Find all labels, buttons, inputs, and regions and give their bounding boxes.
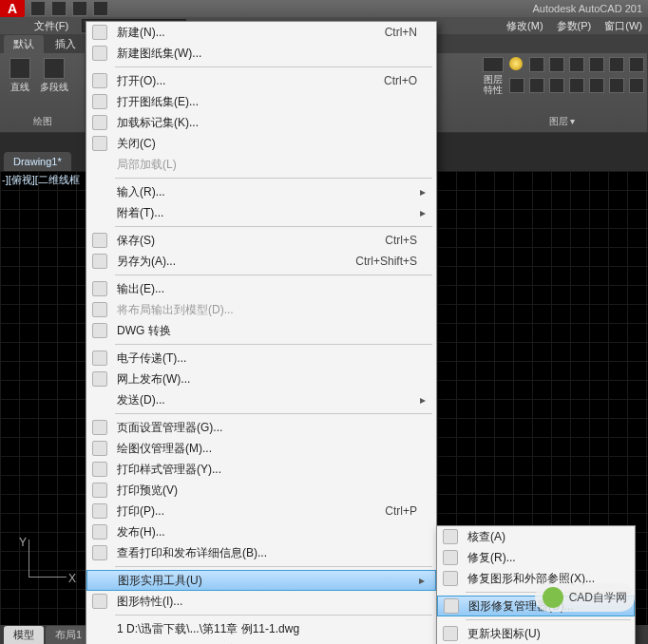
app-logo[interactable]: A [0, 0, 25, 17]
file-menu-item[interactable]: 电子传递(T)... [86, 348, 436, 369]
menu-item-label: 核查(A) [464, 529, 616, 545]
layer-tool-icon[interactable] [589, 57, 604, 72]
menu-icon-gutter [86, 230, 113, 251]
menu-icon-gutter [438, 596, 465, 616]
polyline-button[interactable]: 多段线 [40, 57, 68, 95]
menu-item-icon [92, 73, 107, 88]
layout-tab-model[interactable]: 模型 [4, 626, 44, 644]
layout-tab-1[interactable]: 布局1 [46, 626, 91, 644]
submenu-arrow-icon: ▸ [416, 574, 428, 587]
quick-access-toolbar [25, 1, 114, 16]
file-menu-item[interactable]: 打开(O)...Ctrl+O [86, 70, 436, 91]
qat-dropdown-icon[interactable] [93, 1, 108, 16]
file-menu-item[interactable]: 打印(P)...Ctrl+P [86, 501, 436, 521]
menu-param[interactable]: 参数(P) [551, 19, 598, 33]
menu-item-label: 输入(R)... [113, 184, 417, 200]
line-label: 直线 [10, 81, 29, 94]
panel-layers-title[interactable]: 图层 ▾ [483, 113, 641, 128]
viewport-label[interactable]: -][俯视][二维线框 [2, 173, 80, 187]
menu-separator [115, 615, 432, 616]
file-menu-item[interactable]: 另存为(A)...Ctrl+Shift+S [86, 251, 436, 272]
layer-tool-icon[interactable] [629, 78, 644, 93]
layer-tool-icon[interactable] [629, 57, 644, 72]
layer-tool-icon[interactable] [509, 78, 524, 93]
file-menu-item[interactable]: 附着(T)...▸ [86, 202, 436, 223]
file-menu: 新建(N)...Ctrl+N新建图纸集(W)...打开(O)...Ctrl+O打… [86, 21, 437, 644]
layer-tool-icon[interactable] [549, 78, 564, 93]
bulb-icon[interactable] [509, 57, 523, 70]
file-menu-item[interactable]: 1 D:\迅雷下载\...\第11章 例11-1.dwg [86, 618, 436, 639]
menu-item-icon [443, 626, 458, 641]
menu-modify[interactable]: 修改(M) [501, 19, 549, 33]
layer-tool-icon[interactable] [529, 57, 544, 72]
ribbon-tab-insert[interactable]: 插入 [46, 35, 86, 53]
file-menu-item[interactable]: 网上发布(W)... [86, 369, 436, 389]
file-menu-item[interactable]: 输出(E)... [86, 278, 436, 299]
layer-tool-icon[interactable] [529, 78, 544, 93]
menu-item-icon [92, 94, 107, 109]
file-menu-item[interactable]: 发布(H)... [86, 521, 436, 542]
file-menu-item[interactable]: 关闭(C) [86, 133, 436, 154]
menu-item-icon [92, 254, 107, 269]
layer-tool-icon[interactable] [569, 78, 584, 93]
menu-icon-gutter [86, 154, 113, 175]
menu-icon-gutter [86, 618, 113, 639]
menu-item-shortcut: Ctrl+S [375, 234, 417, 247]
watermark: CAD自学网 [535, 583, 635, 612]
file-menu-item[interactable]: 发送(D)...▸ [86, 389, 436, 410]
menu-separator [115, 344, 432, 345]
file-menu-item[interactable]: 页面设置管理器(G)... [86, 417, 436, 438]
file-menu-item[interactable]: 加载标记集(K)... [86, 112, 436, 133]
document-tab[interactable]: Drawing1* [4, 152, 71, 171]
layer-tool-icon[interactable] [549, 57, 564, 72]
layer-properties-button[interactable]: 图层 特性 [483, 57, 504, 95]
file-menu-item[interactable]: DWG 转换 [86, 320, 436, 341]
menu-item-icon [92, 323, 107, 338]
menu-icon-gutter [86, 389, 113, 410]
menu-item-icon [92, 350, 107, 366]
menu-icon-gutter [86, 202, 113, 223]
menu-separator [115, 178, 432, 179]
utilities-submenu-item[interactable]: 修复(R)... [437, 547, 635, 568]
file-menu-item[interactable]: 查看打印和发布详细信息(B)... [86, 542, 436, 563]
menu-icon-gutter [86, 639, 113, 644]
utilities-submenu-item[interactable]: 更新块图标(U) [437, 623, 635, 644]
file-menu-item[interactable]: 打印预览(V) [86, 480, 436, 501]
ribbon-tab-default[interactable]: 默认 [4, 35, 44, 53]
layer-properties-icon [483, 57, 504, 72]
menu-item-icon [92, 483, 107, 498]
file-menu-item[interactable]: 打印样式管理器(Y)... [86, 459, 436, 480]
file-menu-item[interactable]: 绘图仪管理器(M)... [86, 438, 436, 459]
menu-item-label: 更新块图标(U) [464, 626, 616, 642]
menu-item-label: DWG 转换 [113, 323, 417, 339]
menu-item-label: 打开图纸集(E)... [113, 94, 417, 110]
line-button[interactable]: 直线 [6, 57, 34, 95]
menu-window[interactable]: 窗口(W) [599, 19, 648, 33]
qat-open-icon[interactable] [51, 1, 67, 16]
utilities-submenu-item[interactable]: 核查(A) [437, 526, 635, 547]
menu-item-icon [92, 441, 107, 456]
file-menu-item[interactable]: 输入(R)...▸ [86, 181, 436, 202]
qat-save-icon[interactable] [72, 1, 87, 16]
menu-file[interactable]: 文件(F) [29, 19, 74, 33]
ucs-x-label: X [68, 572, 76, 585]
file-menu-item[interactable]: 新建图纸集(W)... [86, 43, 436, 64]
layer-tool-icon[interactable] [589, 78, 604, 93]
qat-new-icon[interactable] [30, 1, 46, 16]
file-menu-item[interactable]: 图形特性(I)... [86, 591, 436, 612]
menu-separator [115, 226, 432, 227]
file-menu-item[interactable]: 打开图纸集(E)... [86, 91, 436, 112]
panel-layers: 图层 特性 图层 ▾ [477, 53, 648, 132]
layer-tool-icon[interactable] [609, 57, 624, 72]
layer-tool-icon[interactable] [609, 78, 624, 93]
file-menu-item[interactable]: 新建(N)...Ctrl+N [86, 22, 436, 43]
file-menu-item[interactable]: 2 D:\迅雷下载\...\第11章 例11-3.dwg [86, 639, 436, 644]
polyline-icon [44, 58, 65, 79]
submenu-arrow-icon: ▸ [417, 393, 429, 407]
file-menu-item[interactable]: 保存(S)Ctrl+S [86, 230, 436, 251]
menu-item-label: 图形实用工具(U) [114, 573, 416, 589]
layer-tool-icon[interactable] [569, 57, 584, 72]
menu-icon-gutter [86, 480, 113, 501]
menu-icon-gutter [86, 43, 113, 64]
file-menu-item[interactable]: 图形实用工具(U)▸ [86, 570, 436, 591]
